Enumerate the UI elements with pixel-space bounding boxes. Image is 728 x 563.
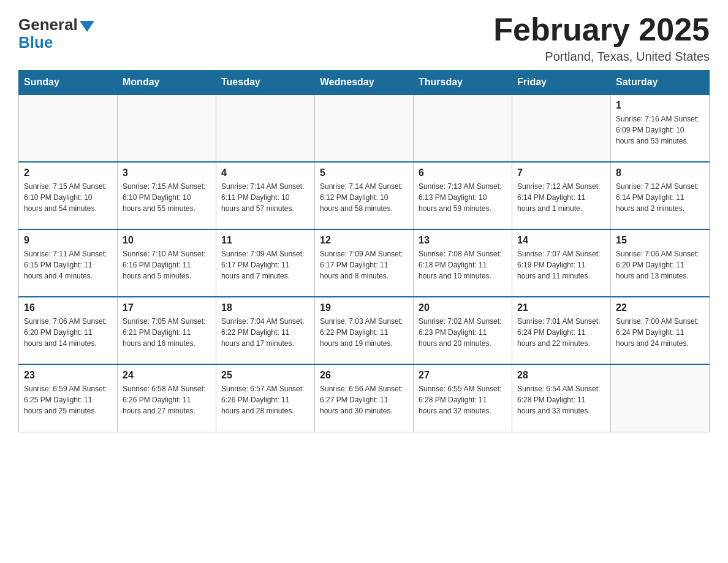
logo-arrow-icon — [80, 21, 94, 32]
day-info: Sunrise: 7:14 AM Sunset: 6:12 PM Dayligh… — [320, 181, 408, 214]
calendar-cell: 2Sunrise: 7:15 AM Sunset: 6:10 PM Daylig… — [19, 162, 118, 229]
day-number: 12 — [320, 235, 408, 246]
location-text: Portland, Texas, United States — [493, 50, 710, 64]
day-number: 3 — [123, 167, 211, 178]
day-number: 26 — [320, 370, 408, 381]
day-info: Sunrise: 7:03 AM Sunset: 6:22 PM Dayligh… — [320, 316, 408, 349]
calendar-cell — [216, 94, 315, 162]
calendar-cell: 27Sunrise: 6:55 AM Sunset: 6:28 PM Dayli… — [414, 364, 512, 432]
calendar-cell: 4Sunrise: 7:14 AM Sunset: 6:11 PM Daylig… — [216, 162, 315, 229]
calendar-cell: 13Sunrise: 7:08 AM Sunset: 6:18 PM Dayli… — [414, 229, 512, 297]
day-number: 19 — [320, 302, 408, 313]
day-info: Sunrise: 7:05 AM Sunset: 6:21 PM Dayligh… — [123, 316, 211, 349]
calendar-cell: 24Sunrise: 6:58 AM Sunset: 6:26 PM Dayli… — [118, 364, 216, 432]
day-number: 28 — [517, 370, 605, 381]
calendar-cell: 9Sunrise: 7:11 AM Sunset: 6:15 PM Daylig… — [19, 229, 118, 297]
calendar-cell: 20Sunrise: 7:02 AM Sunset: 6:23 PM Dayli… — [414, 297, 512, 364]
logo-general-text: General — [18, 15, 78, 34]
day-number: 22 — [616, 302, 704, 313]
calendar-cell: 17Sunrise: 7:05 AM Sunset: 6:21 PM Dayli… — [118, 297, 216, 364]
day-info: Sunrise: 7:06 AM Sunset: 6:20 PM Dayligh… — [616, 248, 704, 282]
calendar-cell: 21Sunrise: 7:01 AM Sunset: 6:24 PM Dayli… — [512, 297, 611, 364]
day-info: Sunrise: 7:09 AM Sunset: 6:17 PM Dayligh… — [221, 248, 309, 282]
logo-blue-text: Blue — [18, 33, 53, 52]
calendar-cell: 22Sunrise: 7:00 AM Sunset: 6:24 PM Dayli… — [611, 297, 710, 364]
day-number: 6 — [419, 167, 507, 178]
day-info: Sunrise: 7:15 AM Sunset: 6:10 PM Dayligh… — [24, 181, 112, 214]
month-title: February 2025 — [493, 12, 710, 47]
calendar-cell: 12Sunrise: 7:09 AM Sunset: 6:17 PM Dayli… — [315, 229, 414, 297]
day-info: Sunrise: 7:16 AM Sunset: 6:09 PM Dayligh… — [616, 113, 704, 147]
calendar-cell: 7Sunrise: 7:12 AM Sunset: 6:14 PM Daylig… — [512, 162, 611, 229]
calendar-cell: 15Sunrise: 7:06 AM Sunset: 6:20 PM Dayli… — [611, 229, 710, 297]
day-number: 8 — [616, 167, 704, 178]
day-number: 4 — [221, 167, 309, 178]
day-info: Sunrise: 7:14 AM Sunset: 6:11 PM Dayligh… — [221, 181, 309, 214]
calendar-cell: 5Sunrise: 7:14 AM Sunset: 6:12 PM Daylig… — [315, 162, 414, 229]
calendar-cell: 25Sunrise: 6:57 AM Sunset: 6:26 PM Dayli… — [216, 364, 315, 432]
day-info: Sunrise: 7:15 AM Sunset: 6:10 PM Dayligh… — [123, 181, 211, 214]
day-number: 9 — [24, 235, 112, 246]
column-header-friday: Friday — [512, 71, 611, 95]
calendar-cell: 8Sunrise: 7:12 AM Sunset: 6:14 PM Daylig… — [611, 162, 710, 229]
day-number: 24 — [123, 370, 211, 381]
day-info: Sunrise: 7:07 AM Sunset: 6:19 PM Dayligh… — [517, 248, 605, 282]
calendar-cell — [512, 94, 611, 162]
day-info: Sunrise: 7:00 AM Sunset: 6:24 PM Dayligh… — [616, 316, 704, 349]
page-header: General Blue February 2025 Portland, Tex… — [18, 12, 710, 64]
day-number: 11 — [221, 235, 309, 246]
column-header-tuesday: Tuesday — [216, 71, 315, 95]
day-info: Sunrise: 7:11 AM Sunset: 6:15 PM Dayligh… — [24, 248, 112, 282]
calendar-cell — [315, 94, 414, 162]
calendar-table: SundayMondayTuesdayWednesdayThursdayFrid… — [18, 70, 710, 432]
calendar-cell — [19, 94, 118, 162]
week-row-4: 16Sunrise: 7:06 AM Sunset: 6:20 PM Dayli… — [19, 297, 710, 364]
week-row-5: 23Sunrise: 6:59 AM Sunset: 6:25 PM Dayli… — [19, 364, 710, 432]
calendar-cell: 6Sunrise: 7:13 AM Sunset: 6:13 PM Daylig… — [414, 162, 512, 229]
column-header-sunday: Sunday — [19, 71, 118, 95]
calendar-cell: 16Sunrise: 7:06 AM Sunset: 6:20 PM Dayli… — [19, 297, 118, 364]
column-header-wednesday: Wednesday — [315, 71, 414, 95]
day-number: 13 — [419, 235, 507, 246]
day-number: 7 — [517, 167, 605, 178]
day-number: 10 — [123, 235, 211, 246]
day-number: 25 — [221, 370, 309, 381]
day-info: Sunrise: 7:12 AM Sunset: 6:14 PM Dayligh… — [616, 181, 704, 214]
calendar-cell — [414, 94, 512, 162]
calendar-cell: 26Sunrise: 6:56 AM Sunset: 6:27 PM Dayli… — [315, 364, 414, 432]
day-number: 18 — [221, 302, 309, 313]
logo: General Blue — [18, 12, 94, 52]
calendar-cell: 11Sunrise: 7:09 AM Sunset: 6:17 PM Dayli… — [216, 229, 315, 297]
column-header-thursday: Thursday — [414, 71, 512, 95]
day-number: 5 — [320, 167, 408, 178]
day-info: Sunrise: 6:57 AM Sunset: 6:26 PM Dayligh… — [221, 383, 309, 416]
day-info: Sunrise: 6:58 AM Sunset: 6:26 PM Dayligh… — [123, 383, 211, 416]
day-info: Sunrise: 6:55 AM Sunset: 6:28 PM Dayligh… — [419, 383, 507, 416]
day-number: 14 — [517, 235, 605, 246]
day-number: 23 — [24, 370, 112, 381]
column-header-saturday: Saturday — [611, 71, 710, 95]
calendar-cell: 28Sunrise: 6:54 AM Sunset: 6:28 PM Dayli… — [512, 364, 611, 432]
day-info: Sunrise: 7:06 AM Sunset: 6:20 PM Dayligh… — [24, 316, 112, 349]
day-info: Sunrise: 7:09 AM Sunset: 6:17 PM Dayligh… — [320, 248, 408, 282]
week-row-1: 1Sunrise: 7:16 AM Sunset: 6:09 PM Daylig… — [19, 94, 710, 162]
calendar-cell: 3Sunrise: 7:15 AM Sunset: 6:10 PM Daylig… — [118, 162, 216, 229]
week-row-2: 2Sunrise: 7:15 AM Sunset: 6:10 PM Daylig… — [19, 162, 710, 229]
calendar-cell — [118, 94, 216, 162]
calendar-header-row: SundayMondayTuesdayWednesdayThursdayFrid… — [19, 71, 710, 95]
day-info: Sunrise: 7:01 AM Sunset: 6:24 PM Dayligh… — [517, 316, 605, 349]
day-number: 21 — [517, 302, 605, 313]
day-info: Sunrise: 6:56 AM Sunset: 6:27 PM Dayligh… — [320, 383, 408, 416]
day-info: Sunrise: 7:02 AM Sunset: 6:23 PM Dayligh… — [419, 316, 507, 349]
calendar-cell: 18Sunrise: 7:04 AM Sunset: 6:22 PM Dayli… — [216, 297, 315, 364]
day-info: Sunrise: 7:08 AM Sunset: 6:18 PM Dayligh… — [419, 248, 507, 282]
title-block: February 2025 Portland, Texas, United St… — [493, 12, 710, 64]
day-info: Sunrise: 7:12 AM Sunset: 6:14 PM Dayligh… — [517, 181, 605, 214]
day-number: 17 — [123, 302, 211, 313]
day-number: 15 — [616, 235, 704, 246]
column-header-monday: Monday — [118, 71, 216, 95]
day-info: Sunrise: 6:59 AM Sunset: 6:25 PM Dayligh… — [24, 383, 112, 416]
day-number: 27 — [419, 370, 507, 381]
week-row-3: 9Sunrise: 7:11 AM Sunset: 6:15 PM Daylig… — [19, 229, 710, 297]
day-number: 16 — [24, 302, 112, 313]
